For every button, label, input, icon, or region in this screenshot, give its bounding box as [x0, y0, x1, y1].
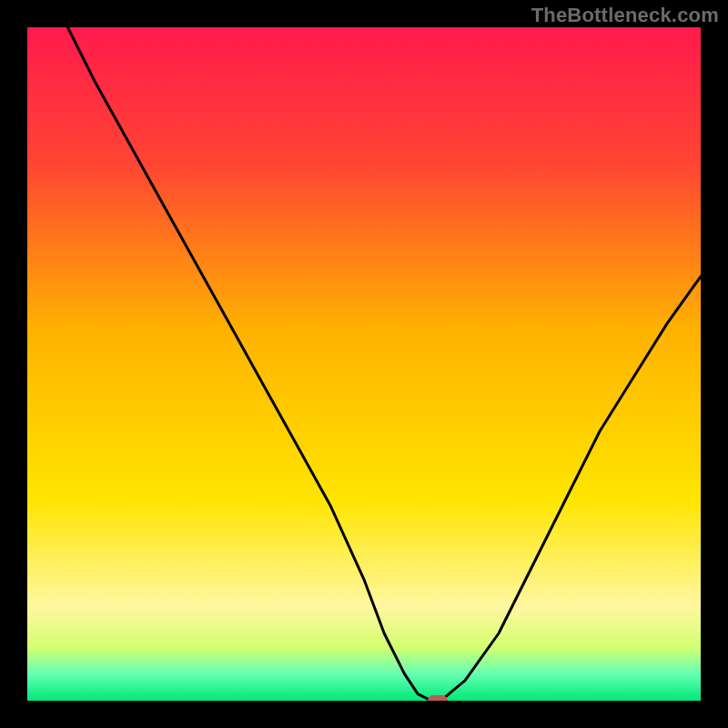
watermark-text: TheBottleneck.com [531, 4, 719, 27]
chart-frame: TheBottleneck.com [0, 0, 728, 728]
plot-area [27, 27, 701, 701]
bottleneck-curve [27, 27, 701, 701]
optimal-point-marker [428, 695, 448, 701]
